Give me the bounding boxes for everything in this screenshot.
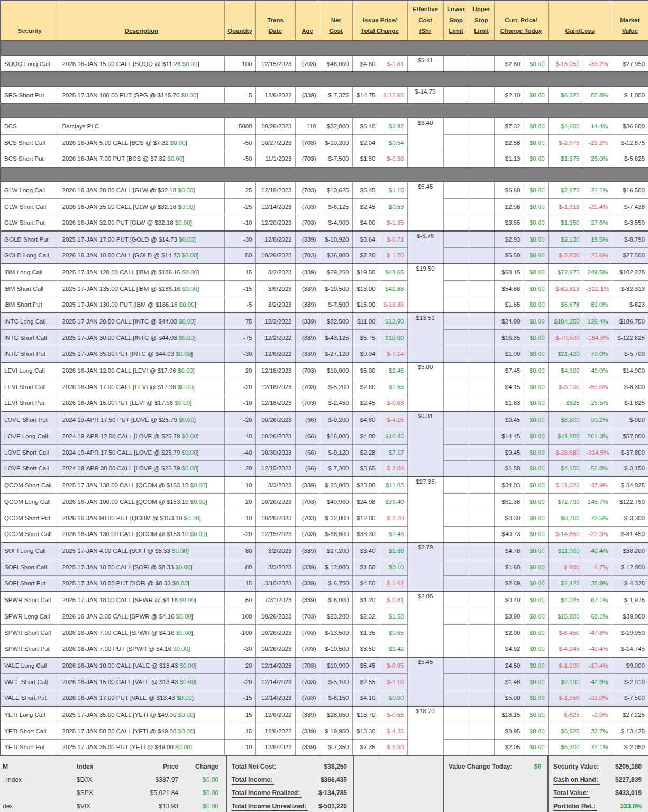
column-header-gain-loss[interactable]: Gain/Loss (548, 1, 612, 41)
column-header-curr-price-change-today[interactable]: Curr. Price/Change Today (494, 1, 548, 41)
description-text: 2026 16-JAN 35.00 CALL [GLW @ $32.18 (62, 204, 178, 210)
separator-row (1, 103, 648, 118)
index-change: $0.00 (178, 787, 218, 800)
total-income-unrealized-line: Total Income Unrealized: $-501,220 (227, 800, 353, 812)
cell-net-cost: $-6,125 (320, 198, 352, 215)
cell-quantity: -20 (224, 673, 255, 690)
cell-quantity: -5 (224, 87, 255, 103)
cell-issue-price: $3.65 (352, 460, 379, 477)
cell-security: GOLD Short Put (1, 231, 59, 247)
cell-quantity: -20 (224, 411, 255, 428)
description-text: 2024 19-APR 17.50 CALL [LOVE @ $25.79 (62, 449, 182, 456)
cell-net-cost: $36,000 (320, 247, 352, 264)
cell-issue-price: $1.50 (352, 559, 379, 575)
cell-market-value: $16,500 (612, 182, 648, 198)
cell-market-value: $-1,050 (612, 87, 648, 103)
cell-description: 2026 16-JAN 12.00 CALL [LEVI @ $17.96 $0… (59, 362, 224, 379)
cell-trans-date: 12/14/2023 (255, 198, 295, 215)
cell-quantity: -30 (224, 641, 255, 657)
positions-table: SecurityDescriptionQuantityTransDateAgeN… (0, 0, 648, 756)
description-change-today: $0.00 (179, 236, 194, 243)
cell-trans-date: 12/20/2023 (255, 215, 295, 231)
total-income-unrealized-label: Total Income Unrealized: (232, 802, 308, 811)
cell-quantity: -10 (224, 477, 255, 493)
column-header-trans-date[interactable]: TransDate (255, 1, 295, 41)
description-text: 2025 17-JAN 30.00 CALL [INTC @ $44.03 (62, 335, 179, 341)
cell-description: 2025 17-JAN 100.00 PUT [SPG @ $145.70 $0… (59, 87, 224, 103)
description-text: 2025 17-JAN 35.00 PUT [INTC @ $44.03 (62, 350, 176, 357)
cell-net-cost: $16,000 (320, 428, 352, 444)
cell-net-cost: $28,050 (320, 706, 352, 723)
cell-curr-price: $61.38 (494, 493, 524, 510)
cell-curr-price: $4.78 (494, 542, 524, 559)
cell-total-change: $-7.14 (379, 346, 407, 362)
cell-description: 2026 16-JAN 35.00 CALL [GLW @ $32.18 $0.… (59, 198, 224, 215)
cell-age: (703) (295, 641, 320, 657)
cell-security: YETI Short Call (1, 723, 59, 739)
cell-age: (339) (295, 706, 320, 723)
change-col-header: Change (178, 761, 218, 774)
cell-market-value: $122,750 (612, 493, 648, 510)
cell-quantity: -50 (224, 151, 255, 167)
cell-market-value: $-8,790 (612, 231, 648, 247)
column-header-net-cost[interactable]: NetCost (320, 1, 352, 41)
cell-trans-date: 10/26/2023 (255, 510, 295, 526)
cell-trans-date: 10/30/2023 (255, 444, 295, 460)
cell-net-cost: $-27,120 (320, 346, 352, 362)
cell-age: (703) (295, 608, 320, 624)
description-close-bracket: ] (182, 155, 184, 162)
cell-issue-price: $13.00 (352, 280, 379, 297)
column-header-effective-cost-shr[interactable]: EffectiveCost/Shr (407, 1, 443, 41)
cell-total-change: $-0.38 (379, 151, 407, 167)
cell-curr-price: $3.30 (494, 510, 524, 526)
cell-gain-loss: $-800 (548, 559, 583, 575)
cell-market-value: $-823 (612, 297, 648, 313)
cell-description: 2024 19-APR 12.50 CALL [LOVE @ $25.79 $0… (59, 428, 224, 444)
cell-upper-stop-limit (469, 313, 494, 329)
description-close-bracket: ] (205, 482, 207, 488)
cell-security: GLW Short Call (1, 198, 59, 215)
cell-net-cost: $-4,900 (320, 215, 352, 231)
cell-change-today: $0.00 (524, 526, 548, 542)
column-header-security[interactable]: Security (1, 1, 59, 41)
column-header-description[interactable]: Description (59, 1, 224, 41)
cell-upper-stop-limit (469, 280, 494, 297)
cell-net-cost: $-12,000 (320, 559, 352, 575)
description-close-bracket: ] (186, 140, 187, 146)
cell-lower-stop-limit (443, 280, 469, 297)
cell-net-cost: $-19,500 (320, 280, 352, 297)
description-text: 2025 17-JAN 35.00 PUT [YETI @ $49.00 (62, 744, 175, 750)
cell-quantity: -75 (224, 329, 255, 346)
column-header-line: Issue Price/ (354, 15, 406, 26)
value-change-today-value: $0 (534, 761, 541, 772)
cell-gain-loss-pct: 19.5% (583, 231, 612, 247)
column-header-market-value[interactable]: MarketValue (612, 1, 648, 41)
cell-issue-price: $19.50 (352, 264, 379, 280)
cell-net-cost: $10,900 (320, 657, 352, 673)
cell-quantity: 75 (224, 313, 255, 329)
cell-gain-loss: $-28,680 (548, 444, 583, 460)
cell-gain-loss-pct: 21.1% (583, 182, 612, 198)
column-header-lower-stop-limit[interactable]: LowerStopLimit (443, 1, 469, 41)
cell-gain-loss-pct: -17.4% (583, 657, 612, 673)
position-row: QCOM Short Call2026 16-JAN 130.00 CALL [… (1, 526, 648, 542)
description-text: 2026 16-JAN 7.00 PUT [BCS @ $7.32 (62, 155, 168, 162)
column-header-issue-price-total-change[interactable]: Issue Price/Total Change (352, 1, 407, 41)
cell-total-change: $7.43 (379, 526, 407, 542)
cell-lower-stop-limit (443, 313, 469, 329)
cell-effective-cost: $18.70 (407, 706, 443, 755)
cell-curr-price: $2.89 (494, 575, 524, 592)
position-row: SOFI Short Put2025 17-JAN 10.00 PUT [SOF… (1, 575, 648, 592)
cell-change-today: $0.00 (524, 641, 548, 657)
cell-issue-price: $4.60 (352, 411, 379, 428)
position-row: VALE Long Call2026 16-JAN 10.00 CALL [VA… (1, 657, 648, 673)
cell-quantity: -10 (224, 739, 255, 755)
description-change-today: $0.00 (179, 301, 195, 308)
column-header-upper-stop-limit[interactable]: UpperStopLimit (469, 1, 494, 41)
column-header-quantity[interactable]: Quantity (224, 1, 255, 41)
description-text: 2025 17-JAN 35.00 CALL [YETI @ $49.00 (62, 712, 178, 718)
cell-security: INTC Short Put (1, 346, 59, 362)
column-header-age[interactable]: Age (295, 1, 320, 41)
cell-upper-stop-limit (469, 395, 494, 411)
cell-quantity: -20 (224, 460, 255, 477)
